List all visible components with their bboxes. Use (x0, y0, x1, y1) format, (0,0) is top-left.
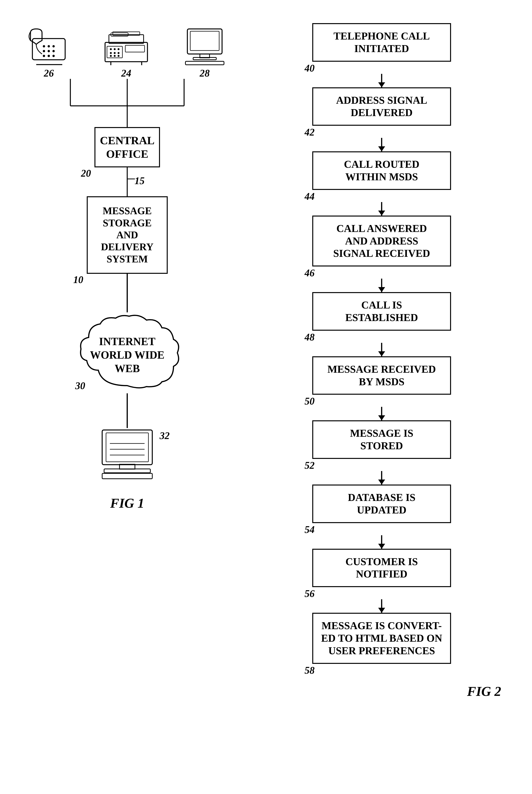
arrow-46-48 (381, 279, 382, 292)
arrow-42-44 (381, 138, 382, 151)
flow-box-56: CUSTOMER ISNOTIFIED (312, 549, 451, 587)
flow-box-52: MESSAGE ISSTORED (312, 420, 451, 459)
cloud-icon: INTERNET WORLD WIDE WEB (73, 313, 181, 393)
arrow-44-46 (381, 202, 382, 215)
flow-box-54: DATABASE ISUPDATED (312, 485, 451, 523)
msds-label: 10 (73, 274, 83, 285)
svg-rect-24 (125, 45, 145, 52)
arrow-48-50 (381, 343, 382, 356)
central-office-text: CENTRAL OFFICE (100, 134, 155, 160)
svg-point-20 (118, 52, 119, 54)
telephone-device: 26 (26, 27, 71, 79)
step-54-text: DATABASE ISUPDATED (348, 492, 416, 516)
device-connections (40, 79, 214, 127)
telephone-icon (26, 27, 71, 65)
central-office-label: 20 (81, 168, 91, 179)
internet-section: INTERNET WORLD WIDE WEB 30 (73, 313, 181, 393)
arrow-56-58 (381, 599, 382, 613)
bottom-computer-icon (96, 428, 158, 480)
bottom-computer-section: 32 (96, 428, 158, 480)
step-42-text: ADDRESS SIGNALDELIVERED (336, 94, 428, 118)
fax-label: 24 (121, 68, 131, 79)
svg-text:INTERNET: INTERNET (99, 336, 155, 347)
connection-lines-svg (40, 79, 214, 127)
svg-rect-32 (186, 61, 224, 65)
cloud-to-computer-line (127, 393, 128, 428)
fig2-title: FIG 2 (467, 684, 501, 699)
central-office-section: CENTRAL OFFICE 20 (94, 127, 160, 167)
telephone-label: 26 (44, 68, 54, 79)
step-44-text: CALL ROUTEDWITHIN MSDS (344, 158, 419, 183)
computer-device: 28 (182, 27, 228, 79)
svg-point-19 (114, 52, 116, 54)
svg-point-18 (110, 52, 112, 54)
line15-label: 15 (135, 175, 145, 186)
svg-point-16 (114, 48, 116, 50)
svg-point-8 (48, 55, 50, 57)
svg-point-15 (110, 48, 112, 50)
arrow-52-54 (381, 471, 382, 485)
arrow-40-42 (381, 74, 382, 87)
central-office-box: CENTRAL OFFICE (94, 127, 160, 167)
computer-top-label: 28 (200, 68, 210, 79)
svg-point-17 (118, 48, 119, 50)
msds-to-cloud-line (127, 274, 128, 313)
flow-box-48: CALL ISESTABLISHED (312, 292, 451, 331)
arrow-50-52 (381, 407, 382, 420)
step-58-label: 58 (305, 665, 315, 676)
co-to-msds-line: 15 (108, 167, 147, 196)
step-48-label: 48 (305, 332, 315, 343)
svg-point-9 (53, 55, 55, 57)
arrow-54-56 (381, 535, 382, 549)
svg-rect-47 (102, 473, 152, 479)
msds-text: MESSAGESTORAGE ANDDELIVERYSYSTEM (101, 205, 154, 265)
flow-box-42: ADDRESS SIGNALDELIVERED (312, 87, 451, 126)
svg-point-3 (53, 45, 55, 48)
svg-point-1 (43, 45, 45, 48)
step-44-label: 44 (305, 191, 315, 202)
svg-text:WEB: WEB (115, 362, 140, 375)
svg-text:WORLD WIDE: WORLD WIDE (90, 349, 165, 361)
svg-rect-43 (102, 430, 152, 465)
step-56-text: CUSTOMER ISNOTIFIED (345, 556, 418, 580)
msds-section: MESSAGESTORAGE ANDDELIVERYSYSTEM 10 (87, 196, 168, 274)
step-52-text: MESSAGE ISSTORED (350, 428, 414, 452)
svg-point-21 (110, 55, 112, 57)
step-40-text: TELEPHONE CALLINITIATED (334, 30, 430, 54)
flow-box-58: MESSAGE IS CONVERT-ED TO HTML BASED ONUS… (312, 613, 451, 664)
svg-rect-31 (193, 57, 216, 60)
step-50-label: 50 (305, 395, 315, 407)
computer-icon (182, 27, 228, 65)
flow-box-50: MESSAGE RECEIVEDBY MSDS (312, 356, 451, 395)
svg-point-6 (53, 50, 55, 52)
step-46-label: 46 (305, 267, 315, 279)
svg-point-23 (118, 55, 119, 57)
step-54-label: 54 (305, 524, 315, 535)
flow-box-44: CALL ROUTEDWITHIN MSDS (312, 151, 451, 190)
flow-box-46: CALL ANSWEREDAND ADDRESSSIGNAL RECEIVED (312, 215, 451, 266)
devices-row: 26 (12, 27, 243, 79)
fig1-container: 26 (12, 15, 243, 779)
step-50-text: MESSAGE RECEIVEDBY MSDS (327, 363, 436, 387)
step-40-label: 40 (305, 62, 315, 74)
svg-rect-44 (106, 433, 148, 462)
svg-point-5 (48, 50, 50, 52)
internet-label: 30 (75, 380, 85, 392)
step-56-label: 56 (305, 588, 315, 599)
svg-point-4 (43, 50, 45, 52)
fig2-container: TELEPHONE CALLINITIATED 40 ADDRESS SIGNA… (243, 15, 520, 779)
bottom-computer-label: 32 (159, 430, 170, 441)
svg-rect-29 (190, 31, 219, 51)
fax-icon (101, 31, 151, 65)
fig1-inner: 26 (12, 15, 243, 779)
flowchart: TELEPHONE CALLINITIATED 40 ADDRESS SIGNA… (303, 23, 461, 676)
step-42-label: 42 (305, 127, 315, 138)
flow-box-40: TELEPHONE CALLINITIATED (312, 23, 451, 62)
step-46-text: CALL ANSWEREDAND ADDRESSSIGNAL RECEIVED (333, 223, 430, 259)
svg-point-7 (43, 55, 45, 57)
step-52-label: 52 (305, 460, 315, 471)
step-48-text: CALL ISESTABLISHED (345, 299, 418, 323)
svg-point-22 (114, 55, 116, 57)
svg-point-2 (48, 45, 50, 48)
fig1-title: FIG 1 (110, 495, 145, 511)
